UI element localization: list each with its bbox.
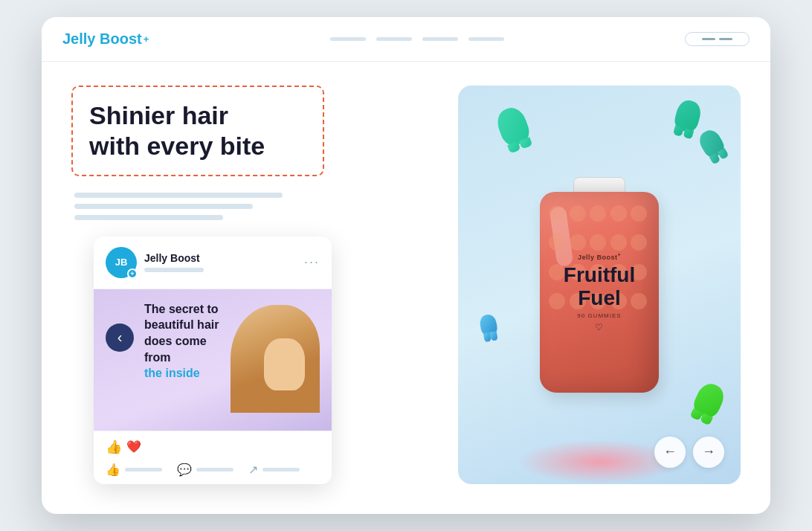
share-icon: ↗ — [248, 463, 258, 477]
right-panel: Jelly Boost+ Fruitful Fuel 90 GUMMIES ♡ — [458, 86, 741, 484]
headline-line2: with every bite — [89, 132, 265, 160]
post-text-highlight: the inside — [144, 367, 200, 379]
label-brand: Jelly Boost+ — [564, 252, 635, 261]
next-arrow-button[interactable]: → — [693, 437, 724, 468]
reactions-row: 👍 ❤️ — [106, 439, 320, 455]
avatar: JB + — [106, 247, 137, 278]
social-card: JB + Jelly Boost ··· ‹ The sec — [94, 236, 332, 484]
product-bottle: Jelly Boost+ Fruitful Fuel 90 GUMMIES ♡ — [540, 177, 659, 393]
prev-button[interactable]: ‹ — [106, 324, 134, 352]
label-brand-name: Jelly Boost — [578, 254, 618, 261]
like-action[interactable]: 👍 — [106, 463, 162, 477]
menu-icon-line-2 — [719, 38, 732, 40]
headline-text: Shinier hair with every bite — [89, 100, 306, 161]
like-count-line — [125, 468, 162, 472]
avatar-initials: JB — [115, 257, 128, 268]
post-text: The secret to beautiful hair does come f… — [144, 301, 223, 382]
nav-line-2 — [376, 37, 412, 41]
user-sub-line — [144, 268, 204, 272]
product-name-line1: Fruitful — [564, 263, 635, 286]
text-line-1 — [74, 193, 283, 198]
nav-line-1 — [330, 37, 366, 41]
prev-arrow-button[interactable]: ← — [654, 437, 686, 468]
inside-gummy — [631, 205, 647, 222]
gummy-bear-blue — [479, 313, 499, 336]
gummy-bear-teal-1 — [494, 104, 533, 149]
more-options-icon[interactable]: ··· — [304, 254, 320, 270]
left-panel: Shinier hair with every bite JB + — [71, 86, 436, 484]
inside-gummy — [549, 205, 565, 222]
headline-box: Shinier hair with every bite — [71, 86, 324, 176]
inside-gummy — [570, 205, 586, 222]
comment-icon: 💬 — [177, 463, 192, 477]
right-arrow-icon: → — [702, 444, 715, 460]
post-text-bold: The secret to beautiful hair does come f… — [144, 303, 219, 364]
arrow-buttons: ← → — [654, 437, 724, 468]
label-brand-plus: + — [617, 252, 621, 257]
heart-reaction: ❤️ — [126, 440, 141, 454]
heart-icon: ♡ — [564, 322, 635, 332]
avatar-plus-badge: + — [127, 268, 138, 279]
share-action[interactable]: ↗ — [248, 463, 300, 477]
bottle-body: Jelly Boost+ Fruitful Fuel 90 GUMMIES ♡ — [540, 192, 659, 393]
girl-skin — [264, 338, 305, 390]
social-card-header: JB + Jelly Boost ··· — [94, 236, 332, 289]
share-count-line — [262, 468, 300, 472]
bottle-label: Jelly Boost+ Fruitful Fuel 90 GUMMIES ♡ — [556, 243, 642, 342]
label-count: 90 GUMMIES — [564, 312, 635, 319]
gummy-bear-teal-3 — [696, 127, 727, 161]
browser-header: Jelly Boost+ — [42, 17, 770, 62]
product-name-line2: Fuel — [578, 286, 621, 309]
gummy-bear-teal-2 — [672, 98, 703, 135]
text-line-2 — [74, 204, 253, 209]
user-info: Jelly Boost — [144, 252, 204, 272]
menu-icon-line-1 — [702, 38, 715, 40]
text-line-3 — [74, 215, 223, 220]
thumbs-up-reaction: 👍 — [106, 439, 122, 455]
social-card-text: The secret to beautiful hair does come f… — [134, 301, 223, 382]
menu-button[interactable] — [685, 32, 750, 46]
like-icon: 👍 — [106, 463, 120, 477]
nav-lines — [167, 37, 667, 41]
browser-window: Jelly Boost+ Shinier hair with every bit… — [42, 17, 770, 514]
social-card-footer: 👍 ❤️ 👍 💬 ↗ — [94, 431, 332, 484]
brand-plus: + — [144, 33, 149, 45]
inside-gummy — [610, 205, 627, 222]
comment-action[interactable]: 💬 — [177, 463, 233, 477]
social-card-user: JB + Jelly Boost — [106, 247, 204, 278]
footer-actions: 👍 💬 ↗ — [106, 463, 320, 477]
brand-logo: Jelly Boost+ — [62, 30, 149, 48]
inside-gummy — [590, 205, 606, 222]
text-lines — [71, 193, 436, 220]
bottle-cap — [573, 177, 625, 193]
comment-count-line — [196, 468, 233, 472]
nav-line-3 — [422, 37, 458, 41]
social-card-body: ‹ The secret to beautiful hair does come… — [94, 289, 332, 431]
label-product-name: Fruitful Fuel — [564, 264, 635, 310]
brand-name: Jelly Boost — [62, 30, 142, 48]
browser-content: Shinier hair with every bite JB + — [42, 62, 770, 514]
headline-line1: Shinier hair — [89, 101, 228, 129]
gummy-bear-green-1 — [690, 380, 728, 422]
nav-line-4 — [468, 37, 504, 41]
girl-illustration — [223, 301, 320, 413]
left-arrow-icon: ← — [663, 444, 677, 460]
user-name: Jelly Boost — [144, 252, 204, 264]
